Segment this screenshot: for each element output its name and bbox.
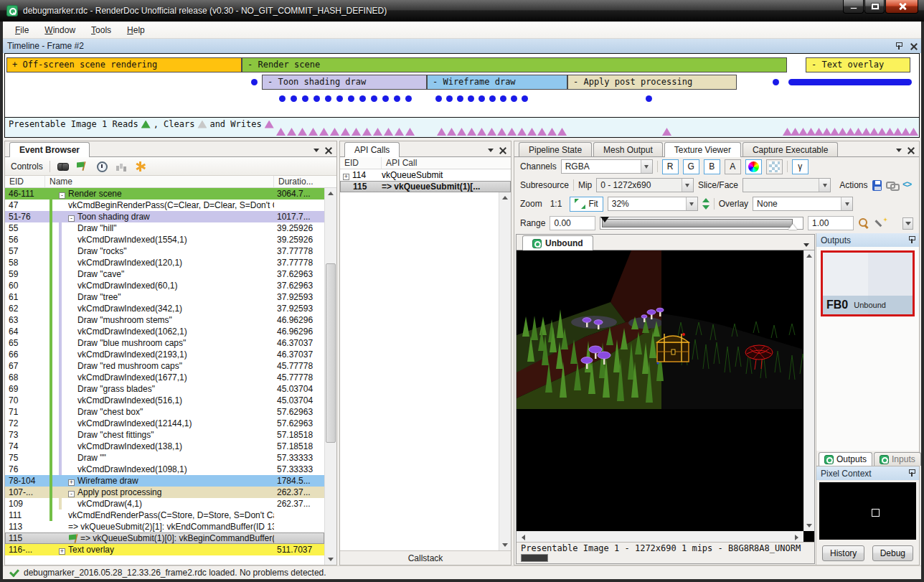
- channel-blue-button[interactable]: B: [704, 159, 720, 174]
- colorwheel-button[interactable]: [745, 159, 762, 174]
- event-row-113[interactable]: 113=> vkQueueSubmit(2)[1]: vkEndCommandB…: [5, 521, 324, 532]
- channels-combo[interactable]: RGBA: [561, 159, 653, 174]
- column-api-call[interactable]: API Call: [382, 157, 511, 169]
- timeline-event-dot[interactable]: [314, 95, 320, 102]
- texture-horizontal-scrollbar[interactable]: [517, 531, 803, 542]
- timeline-event-dot[interactable]: [511, 95, 517, 102]
- event-row-58[interactable]: 58vkCmdDrawIndexed(120,1)37.77778: [5, 257, 324, 268]
- timeline-event-dot[interactable]: [522, 95, 528, 102]
- menu-tools[interactable]: Tools: [83, 23, 119, 37]
- timeline-event-dot[interactable]: [348, 95, 354, 102]
- event-row-64[interactable]: 64vkCmdDrawIndexed(1062,1)46.96296: [5, 326, 324, 337]
- event-row-66[interactable]: 66vkCmdDrawIndexed(2193,1)46.37037: [5, 349, 324, 360]
- timeline-body[interactable]: Presentable Image 1 Reads, Clearsand Wri…: [4, 53, 920, 138]
- title-bar[interactable]: debugmarker.rdc - RenderDoc Unofficial r…: [0, 0, 924, 22]
- channel-green-button[interactable]: G: [683, 159, 699, 174]
- event-row-55[interactable]: 55Draw "hill"39.25926: [5, 222, 324, 234]
- pin-icon[interactable]: [908, 236, 915, 244]
- event-row-115[interactable]: 115=> vkQueueSubmit(1)[0]: vkBeginComman…: [5, 532, 324, 544]
- event-row-57[interactable]: 57Draw "rocks"37.77778: [5, 245, 324, 257]
- timeline-event-dot[interactable]: [478, 95, 485, 102]
- callstack-label[interactable]: Callstack: [340, 550, 511, 565]
- timeline-event-dot[interactable]: [325, 95, 331, 102]
- time-durations-icon[interactable]: [95, 161, 108, 172]
- event-row-65[interactable]: 65Draw "blue mushroom caps"46.37037: [5, 337, 324, 349]
- event-row-69[interactable]: 69Draw "grass blades"45.03704: [5, 383, 324, 395]
- timeline-panel-header[interactable]: Timeline - Frame #2: [3, 39, 921, 53]
- event-row-116[interactable]: 116-...+Text overlay511.7037: [5, 544, 324, 555]
- event-row-73[interactable]: 73Draw "chest fittings"57.18518: [5, 429, 324, 441]
- timeline-event-dot[interactable]: [371, 95, 377, 102]
- timeline-event-dot[interactable]: [382, 95, 389, 102]
- api-call-row-115[interactable]: 115=> vkQueueSubmit(1)[...: [340, 181, 511, 192]
- tab-mesh-output[interactable]: Mesh Output: [593, 142, 663, 156]
- api-calls-scrollbar[interactable]: [499, 192, 511, 550]
- close-panel-icon[interactable]: [910, 43, 917, 50]
- tab-event-browser[interactable]: Event Browser: [9, 142, 90, 157]
- pixel-context-view[interactable]: [819, 482, 916, 540]
- mip-combo[interactable]: 0 - 1272x690: [596, 178, 694, 192]
- event-browser-scrollbar[interactable]: [324, 188, 336, 565]
- debug-button[interactable]: Debug: [872, 545, 913, 561]
- event-row-72[interactable]: 72vkCmdDrawIndexed(12144,1)57.62963: [5, 418, 324, 429]
- tab-outputs-thumbnails[interactable]: Outputs: [819, 452, 872, 466]
- fit-button[interactable]: Fit: [570, 197, 603, 212]
- panel-menu-icon[interactable]: [314, 149, 319, 152]
- timeline-event-dot[interactable]: [405, 95, 412, 102]
- event-row-51-76[interactable]: 51-76-Toon shading draw1017.7...: [5, 211, 324, 222]
- event-row-62[interactable]: 62vkCmdDrawIndexed(342,1)37.92593: [5, 303, 324, 314]
- pin-icon[interactable]: [908, 469, 915, 477]
- timeline-event-dot[interactable]: [500, 95, 506, 102]
- timeline-event-dot[interactable]: [336, 95, 343, 102]
- tab-texture-viewer[interactable]: Texture Viewer: [664, 142, 741, 157]
- overlay-combo[interactable]: None: [753, 197, 853, 211]
- timeline-bar-render-scene[interactable]: - Render scene: [242, 57, 787, 72]
- panel-menu-icon[interactable]: [488, 149, 494, 152]
- tab-inputs-thumbnails[interactable]: Inputs: [874, 452, 921, 466]
- timeline-event-dot[interactable]: [646, 95, 652, 102]
- timeline-event-dot[interactable]: [359, 95, 366, 102]
- range-max-field[interactable]: 1.00: [808, 216, 854, 230]
- timeline-event-dot[interactable]: [251, 79, 258, 85]
- flip-y-icon[interactable]: [702, 198, 710, 210]
- timeline-bar-off-screen-scene-rendering[interactable]: + Off-screen scene rendering: [6, 57, 242, 72]
- tab-api-calls[interactable]: API Calls: [344, 142, 400, 157]
- open-resource-icon[interactable]: [886, 179, 897, 191]
- statistics-icon[interactable]: [115, 161, 128, 172]
- event-row-59[interactable]: 59Draw "cave"37.62963: [5, 268, 324, 280]
- event-row-68[interactable]: 68vkCmdDrawIndexed(1677,1)45.77778: [5, 372, 324, 383]
- event-row-61[interactable]: 61Draw "tree"37.92593: [5, 291, 324, 303]
- event-row-76[interactable]: 76vkCmdDrawIndexed(1098,1)57.33333: [5, 464, 324, 475]
- tree-expand-toggle[interactable]: +: [343, 174, 349, 180]
- timeline-bar-toon-shading-draw[interactable]: - Toon shading draw: [262, 75, 427, 90]
- event-row-111[interactable]: 111vkCmdEndRenderPass(C=Store, D=Store, …: [5, 510, 324, 521]
- tree-expand-toggle[interactable]: +: [68, 479, 75, 486]
- tab-pipeline-state[interactable]: Pipeline State: [519, 142, 592, 156]
- column-name[interactable]: Name: [45, 176, 274, 187]
- tree-expand-toggle[interactable]: -: [68, 215, 75, 222]
- event-row-78-104[interactable]: 78-104+Wireframe draw1784.5...: [5, 475, 324, 487]
- timeline-event-dot[interactable]: [468, 95, 474, 102]
- menu-file[interactable]: File: [7, 23, 37, 37]
- tab-capture-executable[interactable]: Capture Executable: [742, 142, 838, 156]
- timeline-event-dot[interactable]: [773, 79, 779, 85]
- api-call-row-114[interactable]: +114vkQueueSubmit: [340, 169, 511, 181]
- zoom-1to1-button[interactable]: 1:1: [547, 197, 566, 210]
- event-row-107[interactable]: 107-...-Apply post processing262.37...: [5, 487, 324, 498]
- autofit-range-icon[interactable]: [858, 217, 871, 229]
- tree-expand-toggle[interactable]: -: [59, 192, 65, 199]
- timeline-events-pill[interactable]: [788, 79, 912, 85]
- event-row-67[interactable]: 67Draw "red mushroom caps"45.77778: [5, 360, 324, 372]
- menu-window[interactable]: Window: [37, 23, 83, 37]
- checkerboard-button[interactable]: [766, 159, 783, 174]
- close-panel-icon[interactable]: [499, 147, 506, 154]
- find-event-icon[interactable]: [57, 161, 70, 172]
- close-panel-icon[interactable]: [908, 147, 914, 154]
- jump-to-event-icon[interactable]: [76, 161, 89, 172]
- texture-vertical-scrollbar[interactable]: [803, 250, 814, 531]
- zoom-combo[interactable]: 32%: [608, 197, 698, 211]
- timeline-event-dot[interactable]: [302, 95, 308, 102]
- gamma-button[interactable]: γ: [792, 159, 808, 174]
- timeline-bar-text-overlay[interactable]: - Text overlay: [806, 57, 910, 72]
- timeline-event-dot[interactable]: [291, 95, 297, 102]
